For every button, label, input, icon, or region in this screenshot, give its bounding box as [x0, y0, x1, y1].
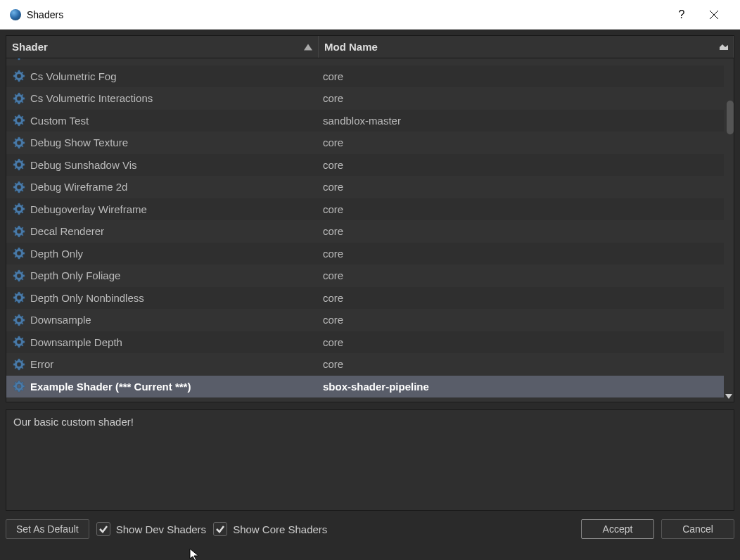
shader-name-cell: Depth Only Foliage [30, 269, 323, 281]
shader-name-cell: Debug Sunshadow Vis [30, 159, 323, 171]
titlebar: Shaders ? [0, 0, 740, 30]
footer: Set As Default Show Dev Shaders Show Cor… [6, 518, 734, 540]
gear-icon [12, 291, 26, 305]
check-icon [215, 524, 225, 534]
table-row[interactable]: Cs Volumetric Fogcore [6, 65, 734, 88]
mod-name-cell: core [323, 292, 734, 304]
gear-icon [12, 335, 26, 349]
gear-icon [12, 357, 26, 371]
gear-icon [12, 91, 26, 106]
table-row[interactable]: Depth Only Foliagecore [6, 265, 734, 287]
shaders-dialog: Shaders ? Shader Mod Name Cs [0, 0, 740, 560]
accept-button[interactable]: Accept [581, 519, 654, 539]
set-as-default-button[interactable]: Set As Default [6, 519, 89, 539]
app-icon [10, 9, 21, 20]
check-icon [98, 524, 108, 534]
mod-name-cell: core [323, 159, 734, 171]
mod-name-cell: core [323, 269, 734, 281]
table-row[interactable]: Decal Renderercore [6, 220, 734, 243]
column-header-shader-label: Shader [12, 41, 48, 53]
mod-name-cell: core [323, 136, 734, 148]
shader-name-cell: Custom Test [30, 115, 323, 127]
show-dev-shaders-label: Show Dev Shaders [116, 523, 206, 535]
column-header-shader[interactable]: Shader [6, 36, 319, 58]
table-row[interactable]: Errorcore [6, 353, 734, 376]
shader-name-cell: Downsample [30, 314, 323, 326]
sort-asc-icon [304, 44, 312, 50]
gear-icon [12, 69, 26, 83]
column-menu-icon[interactable] [719, 42, 729, 51]
shader-name-cell: Decal Renderer [30, 225, 323, 237]
shader-name-cell: Debug Show Texture [30, 136, 323, 148]
shader-name-cell: Depth Only Nonbindless [30, 292, 323, 304]
shader-name-cell: Cs Volumetric Interactions [30, 92, 323, 104]
table-row[interactable]: Downsample Depthcore [6, 331, 734, 354]
table-row[interactable]: Example Shader (*** Current ***)sbox-sha… [6, 376, 734, 398]
mod-name-cell: sandblox-master [323, 115, 734, 127]
table-row[interactable]: Debug Show Texturecore [6, 132, 734, 154]
show-core-shaders-checkbox[interactable]: Show Core Shaders [213, 522, 327, 536]
window-title: Shaders [27, 9, 63, 20]
checkbox-box [213, 522, 227, 536]
gear-icon [12, 158, 26, 172]
table-row[interactable]: Depth Only Nonbindlesscore [6, 287, 734, 310]
help-button[interactable]: ? [665, 0, 698, 29]
scrollbar-track[interactable] [724, 58, 734, 402]
dialog-content: Shader Mod Name Cs Surface Interactionsc… [0, 30, 740, 560]
gear-icon [12, 58, 26, 61]
checkbox-box [96, 522, 110, 536]
gear-icon [12, 313, 26, 327]
mod-name-cell: core [323, 314, 734, 326]
description-text: Our basic custom shader! [13, 416, 134, 428]
shader-name-cell: Debugoverlay Wireframe [30, 203, 323, 215]
table-row[interactable]: Debug Wireframe 2dcore [6, 176, 734, 198]
table-body: Cs Surface InteractionscoreCs Volumetric… [6, 58, 734, 402]
gear-icon [12, 180, 26, 194]
show-core-shaders-label: Show Core Shaders [233, 523, 327, 535]
accept-label: Accept [603, 523, 633, 535]
shader-table: Shader Mod Name Cs Surface Interactionsc… [6, 35, 734, 402]
shader-description: Our basic custom shader! [6, 409, 734, 511]
gear-icon [12, 269, 26, 283]
mod-name-cell: core [323, 181, 734, 193]
shader-name-cell: Cs Surface Interactions [30, 58, 323, 60]
close-button[interactable] [698, 0, 730, 29]
mod-name-cell: core [323, 248, 734, 260]
shader-name-cell: Downsample Depth [30, 336, 323, 348]
column-header-mod-label: Mod Name [324, 41, 378, 53]
table-header: Shader Mod Name [6, 36, 734, 58]
table-row[interactable]: Cs Surface Interactionscore [6, 58, 734, 65]
mod-name-cell: core [323, 58, 734, 60]
shader-name-cell: Example Shader (*** Current ***) [30, 381, 323, 393]
shader-name-cell: Cs Volumetric Fog [30, 70, 323, 82]
mod-name-cell: core [323, 336, 734, 348]
show-dev-shaders-checkbox[interactable]: Show Dev Shaders [96, 522, 206, 536]
shader-name-cell: Depth Only [30, 248, 323, 260]
table-row[interactable]: Debug Sunshadow Viscore [6, 154, 734, 177]
mod-name-cell: core [323, 70, 734, 82]
scroll-down-icon[interactable] [724, 392, 734, 402]
gear-icon [12, 379, 26, 393]
mod-name-cell: core [323, 358, 734, 370]
table-row[interactable]: Debugoverlay Wireframecore [6, 198, 734, 221]
table-row[interactable]: Depth Onlycore [6, 243, 734, 265]
gear-icon [12, 202, 26, 216]
table-row[interactable]: Cs Volumetric Interactionscore [6, 87, 734, 110]
shader-name-cell: Error [30, 358, 323, 370]
column-header-mod[interactable]: Mod Name [319, 36, 734, 58]
shader-name-cell: Debug Wireframe 2d [30, 181, 323, 193]
set-as-default-label: Set As Default [16, 523, 79, 535]
mod-name-cell: sbox-shader-pipeline [323, 381, 734, 393]
table-row[interactable]: Custom Testsandblox-master [6, 110, 734, 132]
cancel-button[interactable]: Cancel [661, 519, 734, 539]
gear-icon [12, 113, 26, 127]
cancel-label: Cancel [682, 523, 713, 535]
scrollbar-thumb[interactable] [727, 101, 734, 134]
mod-name-cell: core [323, 225, 734, 237]
mod-name-cell: core [323, 92, 734, 104]
gear-icon [12, 136, 26, 150]
gear-icon [12, 224, 26, 238]
mod-name-cell: core [323, 203, 734, 215]
table-row[interactable]: Downsamplecore [6, 309, 734, 331]
gear-icon [12, 246, 26, 260]
